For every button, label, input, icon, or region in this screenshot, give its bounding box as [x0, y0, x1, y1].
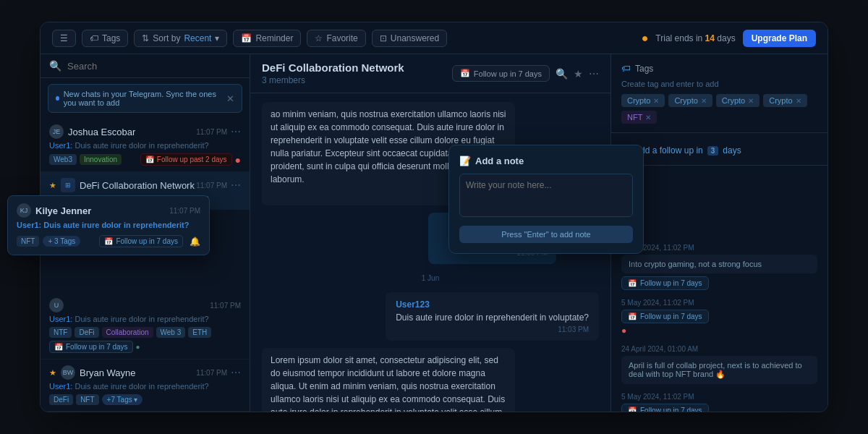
- trial-days: 14: [705, 33, 715, 43]
- message-bubble: Lorem ipsum dolor sit amet, consectetur …: [262, 348, 515, 412]
- history-date: 24 April 2024, 01:00 AM: [621, 345, 817, 353]
- list-item[interactable]: JE Joshua Escobar 11:07 PM ⋯ User1: Duis…: [41, 119, 250, 172]
- tag-icon: 🏷: [90, 33, 98, 43]
- list-item[interactable]: U 11:07 PM User1: Duis aute irure dolor …: [41, 292, 250, 359]
- history-item: 5 May 2024, 11:02 PM 📅 Follow up in 7 da…: [621, 299, 817, 336]
- check-icon: ●: [136, 343, 140, 351]
- calendar-icon: 📅: [628, 279, 637, 287]
- tag-pill[interactable]: Collaboration: [102, 327, 153, 338]
- message-preview: User1: Duis aute irure dolor in reprehen…: [49, 315, 241, 323]
- follow-badge[interactable]: 📅 Follow up in 7 days: [621, 310, 709, 323]
- activity-history: 5 May 2024, 11:02 PM Into crypto gaming,…: [611, 238, 827, 412]
- star-icon: ★: [49, 181, 56, 190]
- add-follow-up-button[interactable]: ⊕ Add a follow up in 3 days: [621, 145, 817, 156]
- follow-up-badge[interactable]: 📅 Follow up past 2 days: [140, 153, 232, 166]
- chat-header: DeFi Collaboration Network 3 members 📅 F…: [250, 54, 610, 93]
- unanswered-icon: ⊡: [380, 33, 387, 43]
- history-text: Into crypto gaming, not a strong focus: [621, 255, 817, 273]
- sync-banner-close[interactable]: ✕: [226, 93, 234, 104]
- remove-tag-icon[interactable]: ✕: [645, 114, 651, 122]
- message-time: 11:07 PM: [196, 182, 227, 190]
- reminder-label: Reminder: [255, 33, 293, 43]
- avatar: U: [49, 298, 64, 312]
- chat-list: JE Joshua Escobar 11:07 PM ⋯ User1: Duis…: [41, 119, 250, 412]
- more-options-icon[interactable]: ⋯: [231, 126, 241, 137]
- top-bar-left: ☰ 🏷 Tags ⇅ Sort by Recent ▾ 📅 Reminder ☆…: [52, 30, 447, 47]
- hamburger-menu-button[interactable]: ☰: [52, 30, 76, 47]
- favorite-label: Favorite: [326, 33, 357, 43]
- search-icon: 🔍: [49, 60, 61, 72]
- remove-tag-icon[interactable]: ✕: [653, 97, 659, 105]
- unanswered-button[interactable]: ⊡ Unanswered: [372, 30, 447, 47]
- expanded-preview: User1: Duis aute irure dolor in reprehen…: [41, 221, 200, 229]
- chevron-down-icon: ▾: [215, 33, 219, 43]
- sort-value: Recent: [184, 33, 211, 43]
- tag-chip[interactable]: Crypto ✕: [763, 94, 807, 107]
- more-tags-button[interactable]: +7 Tags ▾: [102, 394, 143, 405]
- calendar-icon: 📅: [628, 312, 637, 320]
- favorite-button[interactable]: ☆ Favorite: [307, 30, 365, 47]
- search-chat-icon[interactable]: 🔍: [556, 68, 568, 80]
- more-options-icon[interactable]: ⋯: [231, 367, 241, 378]
- create-tag-hint: Create tag and enter to add: [621, 80, 817, 88]
- expanded-tags: NFT + 3 Tags 📅 Follow up in 7 days 🔔: [41, 235, 200, 247]
- remove-tag-icon[interactable]: ✕: [796, 97, 801, 105]
- follow-up-badge[interactable]: 📅 Follow up in 7 days: [49, 341, 133, 353]
- tag-chip[interactable]: Crypto ✕: [621, 94, 665, 107]
- message-time: 11:07 PM: [196, 128, 227, 136]
- right-panel: 🏷 Tags Create tag and enter to add Crypt…: [610, 54, 827, 412]
- tag-chip[interactable]: Crypto ✕: [716, 94, 760, 107]
- chat-title: DeFi Collaboration Network: [262, 61, 404, 74]
- tag-pill[interactable]: Web3: [49, 154, 77, 165]
- alert-icon: ●: [621, 326, 626, 336]
- calendar-icon: 📅: [460, 69, 470, 78]
- list-item[interactable]: ★ BW Bryan Wayne 11:07 PM ⋯ User1: Duis …: [41, 359, 250, 412]
- remove-tag-icon[interactable]: ✕: [748, 97, 754, 105]
- expanded-time: 11:07 PM: [169, 207, 200, 215]
- chat-name: Joshua Escobar: [68, 127, 135, 137]
- search-bar: 🔍: [41, 54, 250, 78]
- expanded-chat-name: Kilye Jenner: [41, 205, 91, 216]
- remove-tag-icon[interactable]: ✕: [701, 97, 707, 105]
- add-note-panel: 📝 Add a note Press "Enter" to add note: [610, 145, 644, 254]
- tag-list: Crypto ✕ Crypto ✕ Crypto ✕ Crypto ✕ NFT …: [621, 94, 817, 124]
- follow-up-badge[interactable]: 📅 Follow up in 7 days: [99, 235, 183, 247]
- message-preview: User1: Duis aute irure dolor in reprehen…: [49, 141, 241, 150]
- more-options-icon[interactable]: ⋯: [231, 179, 241, 191]
- note-submit-button[interactable]: Press "Enter" to add note: [610, 226, 633, 243]
- history-date: 5 May 2024, 11:02 PM: [621, 393, 817, 401]
- follow-up-header-button[interactable]: 📅 Follow up in 7 days: [452, 65, 550, 82]
- search-input[interactable]: [67, 61, 241, 72]
- chat-name: Bryan Wayne: [80, 367, 136, 378]
- calendar-icon: 📅: [54, 343, 63, 351]
- tags-button[interactable]: 🏷 Tags: [82, 30, 128, 47]
- star-icon: ★: [49, 368, 56, 378]
- bookmark-icon[interactable]: ★: [574, 68, 583, 80]
- reminder-button[interactable]: 📅 Reminder: [233, 30, 301, 47]
- expanded-chat-card: KJ Kilye Jenner 11:07 PM User1: Duis aut…: [41, 195, 210, 255]
- follow-badge[interactable]: 📅 Follow up in 7 days: [621, 404, 709, 412]
- tag-chip[interactable]: Crypto ✕: [668, 94, 712, 107]
- follow-badge[interactable]: 📅 Follow up in 7 days: [621, 276, 709, 290]
- more-tags-button[interactable]: + 3 Tags: [43, 236, 80, 247]
- upgrade-plan-button[interactable]: Upgrade Plan: [743, 30, 816, 47]
- unanswered-label: Unanswered: [391, 33, 439, 43]
- eth-tag[interactable]: ETH: [188, 327, 211, 338]
- top-bar-right: ● Trial ends in 14 days Upgrade Plan: [642, 30, 816, 47]
- tag-pill[interactable]: DeFi: [75, 327, 98, 338]
- avatar: ⊞: [61, 178, 75, 192]
- more-options-icon[interactable]: ⋯: [589, 68, 599, 80]
- top-bar: ☰ 🏷 Tags ⇅ Sort by Recent ▾ 📅 Reminder ☆…: [41, 22, 827, 54]
- tag-pill[interactable]: NTF: [49, 327, 72, 338]
- note-textarea[interactable]: [610, 174, 633, 217]
- tag-pill[interactable]: DeFi: [49, 394, 73, 405]
- tag-pill[interactable]: Innovation: [80, 154, 122, 165]
- sort-button[interactable]: ⇅ Sort by Recent ▾: [134, 30, 227, 47]
- menu-icon: ☰: [60, 33, 68, 43]
- tag-chip[interactable]: NFT ✕: [621, 111, 657, 124]
- follow-num-badge: 3: [707, 146, 719, 156]
- tag-pill[interactable]: NFT: [76, 394, 98, 405]
- sort-icon: ⇅: [142, 33, 149, 43]
- web3-tag[interactable]: Web 3: [156, 327, 186, 338]
- history-item: 5 May 2024, 11:02 PM 📅 Follow up in 7 da…: [621, 393, 817, 412]
